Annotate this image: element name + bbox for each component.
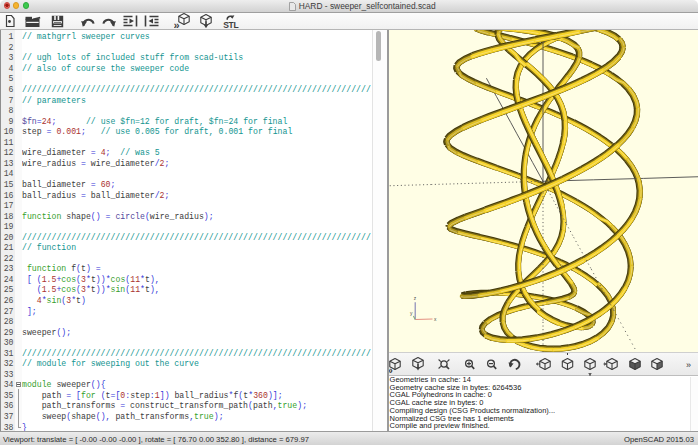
svg-text:z: z <box>413 296 416 301</box>
svg-text:y: y <box>410 311 413 316</box>
svg-text:»: » <box>174 19 180 29</box>
svg-text:STL: STL <box>223 20 238 29</box>
svg-text:x: x <box>434 317 437 322</box>
svg-text:»: » <box>686 360 691 370</box>
